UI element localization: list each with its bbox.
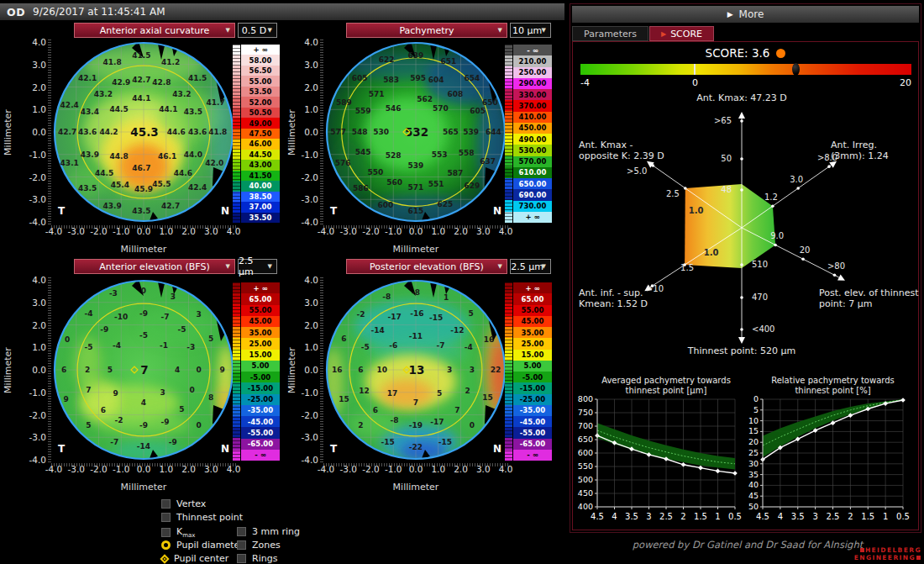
score-value-label: SCORE: 3.6 [706, 46, 770, 60]
color-scale-label: -5.00 [513, 372, 552, 382]
temporal-label: T [58, 443, 66, 455]
nasal-label: N [493, 443, 501, 455]
chart-y-tick: 50 [748, 502, 759, 511]
color-scale-strip [505, 282, 512, 461]
legend-item-label: Kmax [176, 526, 195, 539]
score-zero-line [694, 64, 696, 75]
map-value: 7 [413, 398, 418, 407]
checkbox-icon[interactable] [161, 528, 171, 537]
legend-item-pupil-center[interactable]: Pupil center [161, 553, 228, 564]
chevron-down-icon: ▼ [498, 263, 502, 270]
map-value: -12 [450, 326, 464, 335]
color-scale-label: + ∞ [513, 282, 552, 293]
map-value: -15 [438, 438, 452, 446]
y-axis-tick: -3.0 [291, 194, 318, 204]
temporal-label: T [58, 205, 66, 217]
color-scale-strip [505, 45, 512, 223]
more-button[interactable]: ▶ More [572, 6, 919, 23]
map-value: 44.1 [159, 105, 177, 113]
map-value: -9 [139, 421, 148, 430]
color-scale-label: 41.50 [241, 171, 280, 181]
map-value: 605 [470, 107, 486, 115]
radar-svg: 4850>65Ant. Kmax: 47.23 D1.23.0>8.0Ant. … [570, 84, 923, 370]
legend-item-3-mm-ring[interactable]: 3 mm ring [237, 526, 300, 537]
map-center-value: 45.3 [130, 125, 158, 139]
more-button-label: More [739, 8, 764, 20]
map-value: 604 [428, 76, 444, 84]
y-axis-tick: 1.0 [19, 104, 46, 114]
legend-item-vertex[interactable]: Vertex [161, 498, 206, 509]
checkbox-icon[interactable] [237, 527, 246, 536]
map-scale-dropdown-3[interactable]: 2.5 µm▼ [238, 259, 277, 274]
logo-square-icon [916, 556, 921, 560]
map-value: -5 [177, 325, 186, 334]
temporal-label: T [330, 205, 338, 217]
map-value: -4 [84, 309, 92, 318]
tab-parameters[interactable]: Parameters [572, 26, 648, 41]
legend-item-zones[interactable]: Zones [237, 540, 281, 551]
checkbox-icon[interactable] [161, 513, 171, 522]
chart-y-tick: 15 [748, 426, 759, 435]
radar-tick-label: 1.0 [704, 248, 719, 257]
map-value: 530 [373, 128, 389, 136]
map-value: 42.7 [132, 76, 150, 84]
chart-y-tick: 25 [748, 448, 759, 457]
map-scale-dropdown-2[interactable]: 10 µm▼ [510, 23, 551, 38]
map-value: -14 [137, 442, 150, 451]
checkbox-icon[interactable] [237, 554, 246, 563]
map-value: 558 [459, 149, 475, 157]
map-value: -9 [160, 418, 169, 426]
map-value: -11 [409, 332, 423, 340]
tab-score[interactable]: ▶ SCORE [649, 26, 714, 41]
color-scale-label: - ∞ [513, 450, 552, 461]
y-axis-tick: 2.0 [291, 82, 318, 92]
map-value: -8 [391, 416, 399, 424]
map-type-dropdown-4[interactable]: Posterior elevation (BFS)▼ [346, 259, 507, 274]
legend-item-pupil-diameter[interactable]: Pupil diameter [161, 540, 244, 551]
map-scale-dropdown-4[interactable]: 2.5 µm▼ [510, 259, 551, 274]
y-axis-tick: 3.0 [291, 60, 318, 70]
map-value: 43.9 [81, 150, 99, 159]
map-value: -6 [389, 341, 397, 350]
map-value: 44.8 [109, 152, 128, 161]
map-value: 3 [160, 388, 165, 397]
legend-item-rings[interactable]: Rings [237, 553, 277, 564]
legend-item-k[interactable]: Kmax [161, 526, 195, 539]
map-scale-label: 2.5 µm [239, 256, 270, 277]
radar-axis-label: Ant. Kmax - [579, 140, 633, 150]
legend-item-thinnest-point[interactable]: Thinnest point [161, 512, 243, 523]
radar-tick-label: 1.5 [680, 263, 694, 272]
map-scale-dropdown-1[interactable]: 0.5 D▼ [238, 23, 277, 38]
map-value: 42.7 [161, 202, 180, 210]
map-value: 650 [482, 98, 498, 107]
color-scale-label: 530.00 [513, 145, 552, 155]
chart-x-tick: 4.5 [756, 512, 769, 521]
y-axis-tick: -1.0 [19, 150, 46, 160]
map-type-dropdown-2[interactable]: Pachymetry▼ [346, 23, 507, 38]
radar-axis-label: Ant. Irreg. [831, 140, 877, 150]
chevron-down-icon: ▼ [498, 27, 502, 34]
map-type-dropdown-3[interactable]: Anterior elevation (BFS)▼ [74, 259, 235, 274]
chart-x-tick: 3.5 [791, 512, 805, 521]
chart-title: Averaged pachymetry towards [601, 376, 731, 385]
map-value: 45.4 [111, 181, 129, 189]
checkbox-icon[interactable] [161, 499, 171, 509]
chevron-down-icon: ▼ [268, 27, 272, 34]
map-value: 625 [437, 200, 453, 208]
radar-tick-label: >5.0 [627, 166, 647, 176]
map-type-dropdown-1[interactable]: Anterior axial curvature▼ [74, 23, 235, 38]
map-value: 644 [486, 128, 501, 136]
map-value: 565 [443, 128, 459, 136]
axis-ruler [51, 463, 236, 466]
x-axis-title: Millimeter [357, 244, 475, 255]
y-axis-tick: 3.0 [19, 298, 46, 308]
color-scale-label: -65.00 [513, 439, 552, 450]
active-tab-arrow-icon: ▶ [661, 30, 666, 38]
color-scale-label: 570.00 [513, 156, 552, 167]
radar-axis-label: Ant. inf. - sup. [579, 287, 643, 298]
checkbox-icon[interactable] [237, 540, 246, 550]
map-value: 46.1 [158, 152, 176, 161]
color-scale-label: - ∞ [513, 45, 552, 55]
color-scale-strip [233, 282, 240, 461]
progression-chart-1: Averaged pachymetry towardsthinnest poin… [561, 375, 743, 531]
